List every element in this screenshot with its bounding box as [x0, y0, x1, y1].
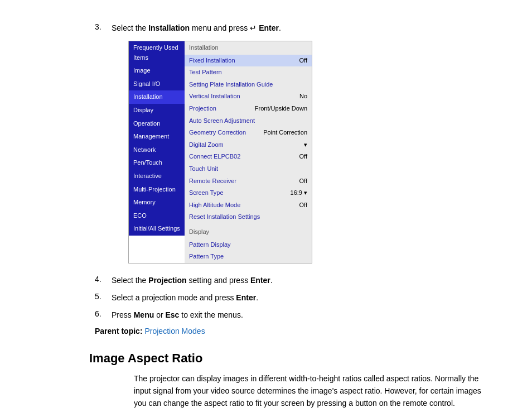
menu-item-multi-projection: Multi-Projection	[129, 183, 185, 197]
menu-row-remote-receiver: Remote ReceiverOff	[185, 175, 312, 188]
menu-screenshot: Frequently Used Items Image Signal I/O I…	[112, 41, 487, 264]
menu-item-image: Image	[129, 64, 185, 78]
step-4-text: Select the Projection setting and press …	[112, 275, 273, 286]
menu-item-initial-all: Initial/All Settings	[129, 222, 185, 236]
menu-item-installation: Installation	[129, 90, 185, 104]
menu-row-pattern-display: Pattern Display	[185, 239, 312, 251]
step-3-num: 3.	[95, 22, 112, 31]
step-5-text: Select a projection mode and press Enter…	[112, 292, 258, 304]
step-5-num: 5.	[95, 292, 112, 301]
parent-topic-1-label: Parent topic:	[95, 327, 143, 336]
menu-row-connect-elpcb02: Connect ELPCB02Off	[185, 151, 312, 163]
menu-item-pentouch: Pen/Touch	[129, 156, 185, 170]
step-3-text: Select the Installation menu and press ↵…	[112, 22, 281, 34]
menu-item-signal-io: Signal I/O	[129, 78, 185, 91]
menu-left-panel: Frequently Used Items Image Signal I/O I…	[129, 41, 185, 236]
menu-item-management: Management	[129, 130, 185, 143]
section-image-aspect-ratio: Image Aspect Ratio The projector can dis…	[89, 351, 487, 412]
menu-item-network: Network	[129, 143, 185, 157]
menu-item-interactive: Interactive	[129, 170, 185, 183]
menu-row-reset-installation: Reset Installation Settings	[185, 211, 312, 223]
menu-item-operation: Operation	[129, 117, 185, 131]
menu-row-touch-unit: Touch Unit	[185, 163, 312, 175]
menu-row-fixed-installation: Fixed InstallationOff	[185, 55, 312, 67]
section-para1: The projector can display images in diff…	[134, 372, 487, 410]
menu-section-installation: Installation	[185, 41, 312, 55]
menu-row-auto-screen: Auto Screen Adjustment	[185, 115, 312, 127]
step-6-text: Press Menu or Esc to exit the menus.	[112, 309, 243, 321]
menu-row-digital-zoom: Digital Zoom▾	[185, 139, 312, 151]
menu-right-panel: Installation Fixed InstallationOff Test …	[185, 41, 312, 263]
menu-item-memory: Memory	[129, 196, 185, 209]
section-title: Image Aspect Ratio	[89, 351, 487, 366]
parent-topic-1: Parent topic: Projection Modes	[95, 327, 487, 336]
menu-item-eco: ECO	[129, 209, 185, 223]
menu-row-test-pattern: Test Pattern	[185, 66, 312, 79]
menu-item-frequently-used: Frequently Used Items	[129, 41, 185, 64]
menu-row-screen-type: Screen Type16:9 ▾	[185, 187, 312, 199]
menu-row-geometry-correction: Geometry CorrectionPoint Correction	[185, 127, 312, 139]
menu-row-setting-plate: Setting Plate Installation Guide	[185, 79, 312, 91]
menu-row-vertical-installation: Vertical InstallationNo	[185, 90, 312, 103]
step-4-num: 4.	[95, 275, 112, 284]
parent-topic-1-link[interactable]: Projection Modes	[144, 327, 205, 336]
menu-section-display: Display	[185, 226, 312, 239]
menu-row-pattern-type: Pattern Type	[185, 251, 312, 263]
menu-row-high-altitude: High Altitude ModeOff	[185, 199, 312, 212]
menu-row-projection: ProjectionFront/Upside Down	[185, 103, 312, 115]
menu-item-display: Display	[129, 104, 185, 117]
step-6-num: 6.	[95, 309, 112, 318]
